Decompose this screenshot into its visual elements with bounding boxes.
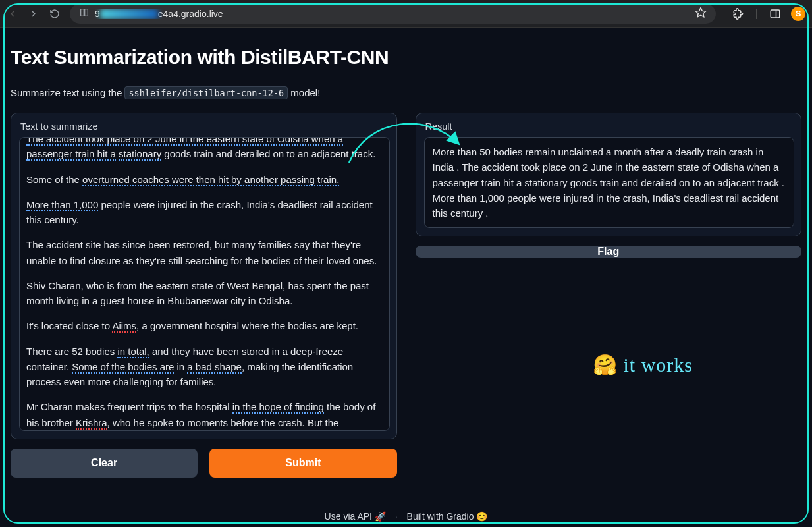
side-panel-icon[interactable] — [769, 7, 782, 20]
separator: | — [755, 8, 758, 20]
reload-button[interactable] — [49, 8, 61, 20]
svg-rect-3 — [771, 10, 780, 18]
footer-dot: · — [395, 511, 398, 522]
result-text: More than 50 bodies remain unclaimed a m… — [424, 137, 795, 228]
browser-chrome: 9xxxxxxxxxxxxe4a4.gradio.live | S — [0, 0, 812, 28]
svg-marker-2 — [695, 8, 705, 17]
svg-rect-0 — [81, 9, 84, 16]
use-via-api-link[interactable]: Use via API 🚀 — [325, 511, 386, 522]
text-input[interactable]: The accident took place on 2 June in the… — [19, 137, 390, 431]
forward-button[interactable] — [28, 8, 40, 20]
subtitle-suffix: model! — [288, 87, 320, 98]
profile-avatar[interactable]: S — [791, 7, 805, 21]
page-title: Text Summarization with DistilBART-CNN — [11, 46, 801, 69]
input-label: Text to summarize — [19, 121, 390, 132]
url-text: 9xxxxxxxxxxxxe4a4.gradio.live — [95, 9, 690, 19]
input-button-row: Clear Submit — [11, 449, 397, 478]
back-button — [7, 8, 18, 20]
subtitle-prefix: Summarize text using the — [11, 87, 124, 98]
model-code: sshleifer/distilbart-cnn-12-6 — [124, 86, 288, 99]
page-subtitle: Summarize text using the sshleifer/disti… — [11, 87, 801, 98]
submit-button[interactable]: Submit — [209, 449, 396, 478]
footer: Use via API 🚀 · Built with Gradio 😊 — [0, 511, 812, 522]
site-info-icon[interactable] — [79, 7, 90, 20]
extensions-icon[interactable] — [732, 7, 745, 20]
output-label: Result — [424, 121, 795, 132]
clear-button[interactable]: Clear — [11, 449, 198, 478]
built-with-gradio-link[interactable]: Built with Gradio 😊 — [407, 511, 488, 522]
output-panel: Result More than 50 bodies remain unclai… — [416, 113, 802, 236]
svg-rect-1 — [85, 9, 88, 16]
flag-button[interactable]: Flag — [416, 246, 802, 258]
address-bar[interactable]: 9xxxxxxxxxxxxe4a4.gradio.live — [70, 4, 716, 24]
input-panel: Text to summarize The accident took plac… — [11, 113, 397, 439]
app-container: Text Summarization with DistilBART-CNN S… — [0, 28, 812, 527]
star-icon[interactable] — [695, 7, 707, 20]
profile-letter: S — [796, 9, 801, 18]
